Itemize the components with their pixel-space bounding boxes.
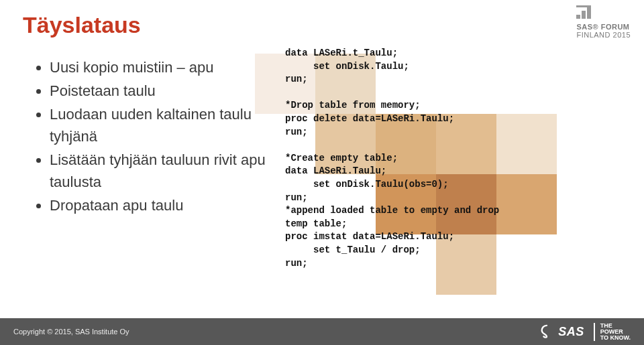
bullet-item: Lisätään tyhjään tauluun rivit apu taulu… xyxy=(50,149,278,193)
forum-line2: FINLAND 2015 xyxy=(576,31,631,39)
code-block: data LASeRi.t_Taulu; set onDisk.Taulu; r… xyxy=(285,47,627,270)
bullet-item: Luodaan uuden kaltainen taulu tyhjänä xyxy=(50,103,278,147)
sas-swoosh-icon xyxy=(539,324,554,339)
sas-text: SAS xyxy=(558,325,584,339)
tagline: THE POWER TO KNOW. xyxy=(594,323,631,341)
forum-logo: SAS® FORUM FINLAND 2015 xyxy=(576,5,631,39)
svg-rect-3 xyxy=(576,5,591,7)
copyright-text: Copyright © 2015, SAS Institute Oy xyxy=(13,328,129,336)
forum-mark-icon xyxy=(576,5,594,20)
sas-logo: SAS xyxy=(539,324,584,339)
slide-title: Täyslataus xyxy=(23,12,141,38)
forum-line1: SAS® FORUM xyxy=(576,23,631,31)
footer-right: SAS THE POWER TO KNOW. xyxy=(539,323,631,341)
bullet-item: Poistetaan taulu xyxy=(50,80,278,102)
svg-rect-1 xyxy=(582,11,586,19)
footer-bar: Copyright © 2015, SAS Institute Oy SAS T… xyxy=(0,318,644,345)
svg-rect-0 xyxy=(576,15,580,19)
bullet-item: Dropataan apu taulu xyxy=(50,194,278,216)
bullet-item: Uusi kopio muistiin – apu xyxy=(50,56,278,78)
bullet-list: Uusi kopio muistiin – apu Poistetaan tau… xyxy=(36,56,278,218)
svg-rect-2 xyxy=(587,7,591,19)
